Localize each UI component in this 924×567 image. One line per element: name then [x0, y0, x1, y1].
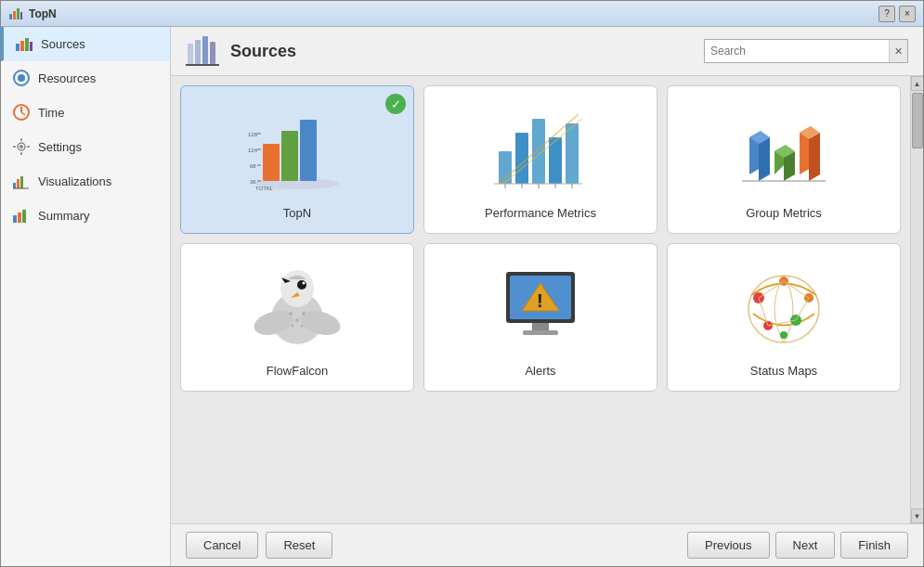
- svg-rect-20: [20, 176, 23, 188]
- window-controls: ? ×: [878, 6, 916, 22]
- svg-rect-26: [195, 40, 201, 64]
- svg-rect-24: [22, 210, 26, 223]
- svg-rect-80: [523, 330, 558, 335]
- performance-metrics-label: Performance Metrics: [485, 206, 596, 220]
- svg-rect-16: [13, 146, 16, 148]
- resources-icon: [12, 69, 31, 87]
- footer-right-buttons: Previous Next Finish: [687, 532, 908, 559]
- svg-marker-58: [759, 137, 770, 181]
- svg-point-76: [301, 324, 304, 327]
- grid-item-flowfalcon[interactable]: FlowFalcon: [180, 243, 414, 392]
- sidebar-label-sources: Sources: [41, 37, 85, 51]
- search-container: ✕: [704, 39, 908, 63]
- svg-rect-33: [300, 120, 317, 181]
- search-input[interactable]: [705, 43, 889, 59]
- sidebar-label-summary: Summary: [38, 209, 90, 223]
- help-button[interactable]: ?: [878, 6, 895, 22]
- group-metrics-image: [733, 102, 835, 195]
- svg-point-70: [297, 280, 306, 290]
- sidebar-label-resources: Resources: [38, 71, 96, 85]
- svg-point-72: [289, 312, 293, 316]
- topn-image: 36 68 124 128 TOTAL: [246, 102, 348, 195]
- footer-left-buttons: Cancel Reset: [186, 532, 332, 559]
- grid-item-group-metrics[interactable]: Group Metrics: [667, 85, 901, 234]
- status-maps-image: [733, 260, 835, 353]
- svg-point-74: [302, 312, 306, 316]
- flowfalcon-image: [246, 260, 348, 353]
- scroll-down-button[interactable]: ▼: [911, 509, 924, 523]
- grid-item-performance-metrics[interactable]: Performance Metrics: [423, 85, 657, 234]
- title-bar: TopN ? ×: [1, 1, 923, 27]
- svg-rect-14: [20, 138, 22, 141]
- svg-point-75: [292, 324, 294, 327]
- performance-metrics-image: [489, 102, 592, 195]
- close-button[interactable]: ×: [899, 6, 916, 22]
- svg-text:124: 124: [248, 148, 258, 153]
- scrollbar-thumb[interactable]: [912, 93, 923, 148]
- previous-button[interactable]: Previous: [687, 532, 770, 559]
- cancel-button[interactable]: Cancel: [186, 532, 258, 559]
- svg-point-9: [18, 74, 25, 82]
- svg-text:36: 36: [250, 179, 256, 185]
- svg-text:128: 128: [248, 132, 258, 137]
- grid-area: ✓: [171, 76, 910, 523]
- flowfalcon-label: FlowFalcon: [267, 364, 328, 378]
- scroll-up-button[interactable]: ▲: [911, 76, 924, 91]
- sidebar-item-resources[interactable]: Resources: [1, 61, 170, 96]
- grid-item-status-maps[interactable]: Status Maps: [667, 243, 901, 392]
- svg-line-94: [759, 298, 768, 326]
- svg-rect-25: [188, 44, 193, 64]
- grid-item-topn[interactable]: ✓: [180, 85, 414, 234]
- sidebar-label-visualizations: Visualizations: [38, 174, 111, 188]
- finish-button[interactable]: Finish: [840, 532, 908, 559]
- sidebar-item-sources[interactable]: Sources: [1, 27, 170, 61]
- svg-rect-1: [13, 11, 16, 19]
- svg-rect-47: [566, 123, 579, 184]
- grid-scroll-container: ✓: [171, 76, 923, 523]
- next-button[interactable]: Next: [775, 532, 836, 559]
- alerts-image: !: [489, 260, 592, 353]
- footer: Cancel Reset Previous Next Finish: [171, 523, 923, 566]
- svg-line-91: [784, 281, 809, 298]
- svg-rect-32: [281, 131, 298, 181]
- window-title: TopN: [29, 7, 878, 20]
- main-area: Sources ✕ ✓: [171, 27, 923, 566]
- svg-rect-5: [20, 41, 24, 51]
- svg-line-12: [21, 112, 25, 115]
- svg-point-89: [780, 331, 787, 339]
- svg-rect-3: [20, 12, 22, 19]
- sidebar-item-visualizations[interactable]: Visualizations: [1, 164, 170, 199]
- svg-rect-27: [202, 36, 208, 64]
- svg-rect-28: [210, 42, 215, 64]
- scrollbar-track: [911, 91, 924, 509]
- alerts-label: Alerts: [525, 364, 555, 378]
- svg-rect-79: [532, 323, 549, 330]
- svg-rect-22: [13, 215, 17, 223]
- page-title: Sources: [230, 42, 693, 61]
- app-icon: [8, 6, 23, 21]
- visualizations-icon: [12, 172, 31, 190]
- svg-text:TOTAL: TOTAL: [255, 186, 273, 191]
- svg-rect-6: [25, 38, 29, 51]
- sidebar-item-summary[interactable]: Summary: [1, 199, 170, 233]
- svg-point-71: [303, 281, 306, 284]
- sidebar-item-time[interactable]: Time: [1, 96, 170, 130]
- header-icon: [186, 34, 219, 68]
- sidebar-item-settings[interactable]: Settings: [1, 130, 170, 164]
- sidebar-label-settings: Settings: [38, 140, 82, 154]
- svg-point-73: [295, 318, 299, 322]
- svg-rect-19: [17, 179, 20, 188]
- reset-button[interactable]: Reset: [266, 532, 332, 559]
- svg-marker-64: [809, 133, 820, 181]
- window: TopN ? × Sources: [0, 0, 924, 567]
- svg-rect-15: [20, 152, 22, 155]
- svg-rect-7: [30, 42, 33, 51]
- search-clear-button[interactable]: ✕: [889, 40, 907, 62]
- content-area: Sources Resources: [1, 27, 923, 566]
- topn-label: TopN: [283, 206, 311, 220]
- svg-rect-2: [17, 8, 20, 19]
- source-grid: ✓: [180, 85, 901, 392]
- grid-item-alerts[interactable]: ! Alerts: [423, 243, 657, 392]
- svg-rect-23: [18, 213, 21, 223]
- sidebar-label-time: Time: [38, 106, 64, 120]
